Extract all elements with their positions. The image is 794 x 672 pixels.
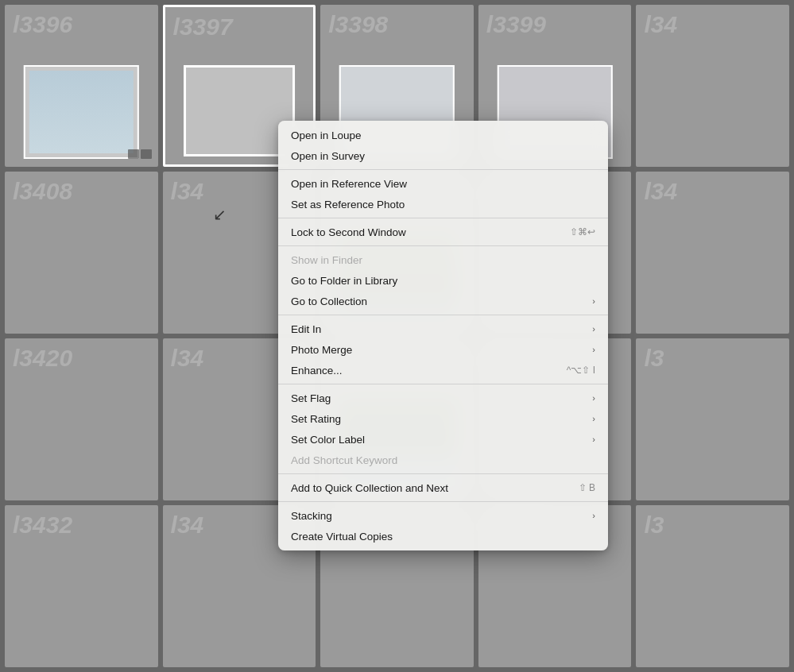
menu-item-show-finder: Show in Finder: [278, 249, 608, 270]
menu-item-go-folder[interactable]: Go to Folder in Library: [278, 270, 608, 291]
menu-separator: [278, 245, 608, 246]
chevron-right-icon: ›: [592, 296, 595, 306]
menu-item-label: Go to Folder in Library: [291, 275, 595, 287]
menu-item-label: Stacking: [291, 510, 586, 522]
menu-item-edit-in[interactable]: Edit In ›: [278, 319, 608, 339]
thumbnail: [24, 65, 138, 159]
grid-cell[interactable]: l34: [636, 5, 789, 167]
icon-box: [128, 149, 139, 159]
menu-item-label: Open in Loupe: [291, 129, 595, 141]
grid-cell[interactable]: l3: [636, 505, 789, 667]
menu-item-label: Set as Reference Photo: [291, 199, 595, 210]
menu-item-create-virtual[interactable]: Create Virtual Copies: [278, 526, 608, 546]
menu-item-label: Show in Finder: [291, 254, 595, 266]
menu-item-open-loupe[interactable]: Open in Loupe: [278, 125, 608, 145]
grid-cell[interactable]: l3: [636, 338, 789, 500]
context-menu: Open in Loupe Open in Survey Open in Ref…: [278, 121, 608, 550]
menu-item-open-reference[interactable]: Open in Reference View: [278, 173, 608, 194]
menu-item-open-survey[interactable]: Open in Survey: [278, 145, 608, 166]
menu-item-label: Go to Collection: [291, 295, 586, 307]
menu-item-lock-second[interactable]: Lock to Second Window ⇧⌘↩: [278, 222, 608, 242]
menu-item-label: Enhance...: [291, 365, 551, 377]
menu-item-label: Add to Quick Collection and Next: [291, 482, 563, 494]
menu-item-stacking[interactable]: Stacking ›: [278, 505, 608, 526]
menu-separator: [278, 473, 608, 474]
menu-separator: [278, 501, 608, 502]
menu-item-label: Photo Merge: [291, 344, 586, 356]
chevron-right-icon: ›: [592, 324, 595, 334]
chevron-right-icon: ›: [592, 434, 595, 444]
icon-box: [141, 149, 152, 159]
menu-item-label: Create Virtual Copies: [291, 531, 595, 543]
menu-item-label: Set Flag: [291, 392, 586, 404]
cursor: ↙: [213, 205, 227, 224]
menu-item-shortcut: ^⌥⇧ I: [567, 365, 595, 376]
menu-item-go-collection[interactable]: Go to Collection ›: [278, 291, 608, 311]
menu-item-set-color-label[interactable]: Set Color Label ›: [278, 429, 608, 450]
grid-cell[interactable]: l3432: [5, 505, 158, 667]
grid-cell[interactable]: l3396: [5, 5, 158, 167]
menu-item-label: Add Shortcut Keyword: [291, 454, 595, 466]
menu-separator: [278, 169, 608, 170]
grid-cell[interactable]: l3420: [5, 338, 158, 500]
menu-separator: [278, 315, 608, 315]
grid-cell[interactable]: l3408: [5, 172, 158, 334]
menu-item-set-rating[interactable]: Set Rating ›: [278, 408, 608, 429]
menu-item-label: Set Rating: [291, 413, 586, 425]
menu-item-label: Open in Survey: [291, 150, 595, 162]
menu-item-add-quick-collection[interactable]: Add to Quick Collection and Next ⇧ B: [278, 477, 608, 498]
menu-item-add-shortcut-keyword: Add Shortcut Keyword: [278, 450, 608, 470]
menu-item-shortcut: ⇧⌘↩: [570, 226, 595, 238]
menu-item-label: Edit In: [291, 323, 586, 335]
menu-item-set-flag[interactable]: Set Flag ›: [278, 388, 608, 408]
chevron-right-icon: ›: [592, 393, 595, 403]
menu-item-shortcut: ⇧ B: [579, 482, 595, 493]
grid-cell[interactable]: l34: [636, 172, 789, 334]
menu-separator: [278, 384, 608, 384]
chevron-right-icon: ›: [592, 511, 595, 520]
menu-item-label: Lock to Second Window: [291, 226, 554, 238]
menu-item-enhance[interactable]: Enhance... ^⌥⇧ I: [278, 360, 608, 380]
menu-item-photo-merge[interactable]: Photo Merge ›: [278, 339, 608, 360]
chevron-right-icon: ›: [592, 414, 595, 423]
menu-item-label: Set Color Label: [291, 434, 586, 446]
menu-separator: [278, 218, 608, 218]
menu-item-label: Open in Reference View: [291, 178, 595, 190]
chevron-right-icon: ›: [592, 345, 595, 354]
menu-item-set-reference[interactable]: Set as Reference Photo: [278, 194, 608, 214]
